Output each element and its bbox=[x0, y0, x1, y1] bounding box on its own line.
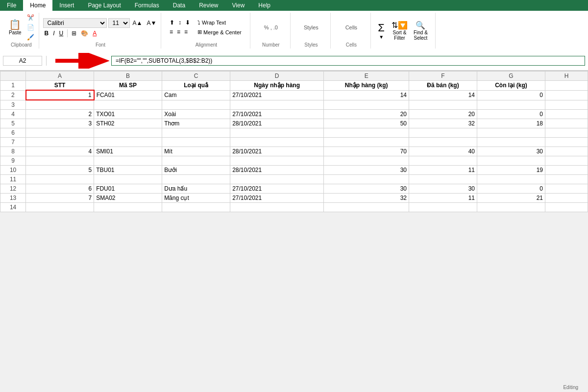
cell-G12[interactable]: 0 bbox=[477, 184, 545, 193]
cell-D6[interactable] bbox=[230, 128, 324, 137]
cell-D14[interactable] bbox=[230, 202, 324, 212]
cell-G11[interactable] bbox=[477, 174, 545, 184]
cell-D9[interactable] bbox=[230, 156, 324, 165]
format-painter-button[interactable]: 🖌️ bbox=[25, 33, 36, 41]
cell-F5[interactable]: 32 bbox=[409, 119, 477, 128]
col-header-B[interactable]: B bbox=[94, 72, 162, 81]
cell-E10[interactable]: 30 bbox=[324, 165, 409, 174]
tab-review[interactable]: Review bbox=[192, 0, 225, 11]
formula-input[interactable] bbox=[111, 56, 585, 66]
cell-D11[interactable] bbox=[230, 174, 324, 184]
cell-H8[interactable] bbox=[545, 147, 588, 156]
cell-F2[interactable]: 14 bbox=[409, 90, 477, 100]
cell-C10[interactable]: Bưởi bbox=[162, 165, 230, 174]
cell-H10[interactable] bbox=[545, 165, 588, 174]
cell-E2[interactable]: 14 bbox=[324, 90, 409, 100]
align-left-button[interactable]: ≡ bbox=[168, 28, 174, 36]
cell-B4[interactable]: TXO01 bbox=[94, 109, 162, 119]
cell-H5[interactable] bbox=[545, 119, 588, 128]
cell-B6[interactable] bbox=[94, 128, 162, 137]
cell-C5[interactable]: Thơm bbox=[162, 119, 230, 128]
cell-F9[interactable] bbox=[409, 156, 477, 165]
font-family-select[interactable]: Calibri bbox=[43, 18, 107, 28]
cell-E3[interactable] bbox=[324, 100, 409, 109]
cell-D12[interactable]: 27/10/2021 bbox=[230, 184, 324, 193]
align-middle-button[interactable]: ↕ bbox=[177, 19, 183, 26]
cell-E8[interactable]: 70 bbox=[324, 147, 409, 156]
tab-insert[interactable]: Insert bbox=[52, 0, 81, 11]
cell-F1[interactable]: Đã bán (kg) bbox=[409, 81, 477, 91]
cell-H3[interactable] bbox=[545, 100, 588, 109]
cell-G9[interactable] bbox=[477, 156, 545, 165]
cell-F8[interactable]: 40 bbox=[409, 147, 477, 156]
cell-D8[interactable]: 28/10/2021 bbox=[230, 147, 324, 156]
fill-color-button[interactable]: 🎨 bbox=[79, 29, 90, 37]
font-size-select[interactable]: 11 bbox=[108, 18, 130, 28]
copy-button[interactable]: 📄 bbox=[25, 24, 36, 31]
col-header-A[interactable]: A bbox=[26, 72, 94, 81]
cell-A8[interactable]: 4 bbox=[26, 147, 94, 156]
cell-G8[interactable]: 30 bbox=[477, 147, 545, 156]
cell-C9[interactable] bbox=[162, 156, 230, 165]
align-right-button[interactable]: ≡ bbox=[183, 28, 189, 36]
cell-G2[interactable]: 0 bbox=[477, 90, 545, 100]
cell-E4[interactable]: 20 bbox=[324, 109, 409, 119]
cell-A7[interactable] bbox=[26, 137, 94, 147]
cell-E1[interactable]: Nhập hàng (kg) bbox=[324, 81, 409, 91]
font-grow-button[interactable]: A▲ bbox=[131, 19, 144, 27]
cell-A14[interactable] bbox=[26, 202, 94, 212]
cell-A5[interactable]: 3 bbox=[26, 119, 94, 128]
cell-A3[interactable] bbox=[26, 100, 94, 109]
cell-B10[interactable]: TBU01 bbox=[94, 165, 162, 174]
cell-H6[interactable] bbox=[545, 128, 588, 137]
cell-A1[interactable]: STT bbox=[26, 81, 94, 91]
cell-C11[interactable] bbox=[162, 174, 230, 184]
tab-help[interactable]: Help bbox=[251, 0, 277, 11]
paste-button[interactable]: 📋 Paste bbox=[7, 19, 24, 36]
cell-B7[interactable] bbox=[94, 137, 162, 147]
cell-F11[interactable] bbox=[409, 174, 477, 184]
cell-C14[interactable] bbox=[162, 202, 230, 212]
cell-H13[interactable] bbox=[545, 193, 588, 202]
cell-F4[interactable]: 20 bbox=[409, 109, 477, 119]
cell-H12[interactable] bbox=[545, 184, 588, 193]
cell-C1[interactable]: Loại quả bbox=[162, 81, 230, 91]
cell-B9[interactable] bbox=[94, 156, 162, 165]
cell-B14[interactable] bbox=[94, 202, 162, 212]
col-header-D[interactable]: D bbox=[230, 72, 324, 81]
cell-H14[interactable] bbox=[545, 202, 588, 212]
cell-F3[interactable] bbox=[409, 100, 477, 109]
cell-G7[interactable] bbox=[477, 137, 545, 147]
cell-D2[interactable]: 27/10/2021 bbox=[230, 90, 324, 100]
cell-B5[interactable]: STH02 bbox=[94, 119, 162, 128]
cell-A6[interactable] bbox=[26, 128, 94, 137]
cell-C13[interactable]: Măng cụt bbox=[162, 193, 230, 202]
cell-D5[interactable]: 28/10/2021 bbox=[230, 119, 324, 128]
cell-reference-box[interactable]: A2 bbox=[3, 56, 42, 66]
cell-E13[interactable]: 32 bbox=[324, 193, 409, 202]
cell-D10[interactable]: 28/10/2021 bbox=[230, 165, 324, 174]
tab-page-layout[interactable]: Page Layout bbox=[81, 0, 127, 11]
cell-F7[interactable] bbox=[409, 137, 477, 147]
cell-A2[interactable]: 1 bbox=[26, 90, 94, 100]
cell-A4[interactable]: 2 bbox=[26, 109, 94, 119]
cell-A9[interactable] bbox=[26, 156, 94, 165]
merge-center-button[interactable]: ⊞ Merge & Center bbox=[195, 28, 245, 36]
font-shrink-button[interactable]: A▼ bbox=[145, 19, 158, 27]
cell-B13[interactable]: SMA02 bbox=[94, 193, 162, 202]
cell-D3[interactable] bbox=[230, 100, 324, 109]
col-header-G[interactable]: G bbox=[477, 72, 545, 81]
cell-F14[interactable] bbox=[409, 202, 477, 212]
cell-E12[interactable]: 30 bbox=[324, 184, 409, 193]
cell-H9[interactable] bbox=[545, 156, 588, 165]
cell-F10[interactable]: 11 bbox=[409, 165, 477, 174]
cell-G1[interactable]: Còn lại (kg) bbox=[477, 81, 545, 91]
tab-file[interactable]: File bbox=[0, 0, 23, 11]
cell-B2[interactable]: FCA01 bbox=[94, 90, 162, 100]
cell-F12[interactable]: 30 bbox=[409, 184, 477, 193]
align-bottom-button[interactable]: ⬇ bbox=[184, 19, 192, 26]
tab-view[interactable]: View bbox=[225, 0, 252, 11]
cell-D7[interactable] bbox=[230, 137, 324, 147]
sort-filter-button[interactable]: ⇅🔽 Sort &Filter bbox=[390, 20, 410, 42]
cell-C6[interactable] bbox=[162, 128, 230, 137]
